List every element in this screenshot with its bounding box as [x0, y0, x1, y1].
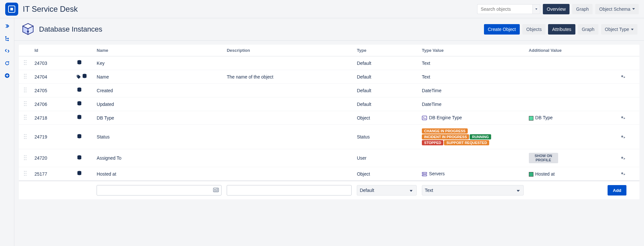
row-name: Name [94, 70, 224, 84]
svg-point-53 [26, 155, 27, 156]
svg-point-42 [26, 119, 27, 120]
row-description [224, 149, 354, 167]
svg-point-69 [423, 175, 423, 176]
side-rail [0, 18, 14, 246]
section-title: Database Instances [39, 25, 102, 34]
drag-handle-icon[interactable] [24, 87, 27, 94]
drag-handle-icon[interactable] [24, 74, 27, 80]
svg-point-18 [26, 76, 27, 77]
col-additional-value: Additional Value [526, 45, 605, 56]
add-button[interactable]: Add [608, 185, 626, 195]
svg-point-62 [26, 173, 27, 174]
type-value-text: DB Engine Type [429, 115, 462, 120]
new-attribute-type-value-select[interactable]: Text [422, 185, 523, 195]
svg-point-37 [24, 115, 25, 116]
svg-point-63 [24, 175, 25, 176]
svg-point-49 [24, 138, 25, 139]
drag-handle-icon[interactable] [24, 134, 27, 140]
database-icon [76, 135, 82, 140]
gear-icon[interactable] [619, 116, 625, 121]
status-badges: CHANGE IN PROGRESSINCIDENT IN PROGRESSRU… [422, 128, 493, 146]
object-schema-button[interactable]: Object Schema [595, 4, 639, 14]
drag-handle-icon[interactable] [24, 155, 27, 161]
svg-point-35 [26, 105, 27, 106]
overview-button[interactable]: Overview [543, 4, 570, 14]
svg-point-48 [26, 136, 27, 137]
svg-point-52 [24, 155, 25, 156]
database-icon [76, 61, 82, 66]
svg-point-16 [26, 74, 27, 75]
svg-point-13 [26, 64, 27, 65]
search-dropdown-toggle[interactable] [532, 4, 540, 14]
cube-icon [21, 22, 35, 36]
type-value-text: DateTime [422, 102, 441, 107]
svg-point-41 [24, 119, 25, 120]
database-icon [76, 102, 82, 108]
row-name: Key [94, 56, 224, 70]
create-object-button[interactable]: Create Object [484, 24, 520, 35]
svg-point-3 [7, 38, 9, 39]
status-badge: RUNNING [470, 134, 491, 139]
svg-point-31 [26, 101, 27, 102]
chevron-down-icon [535, 8, 537, 10]
col-id: Id [32, 45, 74, 56]
gear-icon[interactable] [619, 75, 625, 80]
drag-handle-icon[interactable] [24, 60, 27, 66]
table-row: 24704NameThe name of the objectDefaultTe… [19, 70, 639, 84]
gear-icon[interactable] [619, 156, 625, 162]
svg-rect-7 [28, 29, 28, 31]
section-actions: Create Object Objects Attributes Graph O… [484, 24, 637, 35]
row-type: Default [354, 84, 419, 97]
row-type: Default [354, 70, 419, 84]
new-attribute-type-select[interactable]: Default [357, 185, 417, 195]
row-name: Created [94, 84, 224, 97]
expand-icon[interactable] [4, 23, 10, 29]
add-icon[interactable] [4, 72, 10, 79]
row-description [224, 84, 354, 97]
tab-attributes[interactable]: Attributes [548, 24, 575, 35]
col-description: Description [224, 45, 354, 56]
graph-button[interactable]: Graph [572, 4, 593, 14]
gear-icon[interactable] [619, 172, 625, 177]
search-wrap [477, 4, 540, 14]
refresh-icon[interactable] [4, 60, 10, 66]
svg-point-24 [26, 88, 27, 89]
tag-icon [76, 75, 81, 80]
svg-point-50 [26, 138, 27, 139]
svg-point-32 [24, 103, 25, 104]
row-id: 24704 [32, 70, 74, 84]
svg-point-38 [26, 115, 27, 116]
table-row: 24718DB TypeObjectDB Engine TypeDB Type [19, 111, 639, 125]
drag-handle-icon[interactable] [24, 115, 27, 121]
body: Database Instances Create Object Objects… [0, 18, 644, 246]
servers-icon [422, 172, 427, 177]
new-attribute-name-input[interactable] [97, 185, 221, 195]
table-row: 24703KeyDefaultText [19, 56, 639, 70]
col-type-value: Type Value [419, 45, 526, 56]
svg-rect-66 [422, 172, 427, 174]
svg-point-39 [24, 117, 25, 118]
collapse-icon[interactable] [4, 48, 10, 54]
tab-graph[interactable]: Graph [578, 24, 598, 35]
drag-handle-icon[interactable] [24, 171, 27, 177]
status-badge: INCIDENT IN PROGRESS [422, 134, 469, 139]
tab-objects[interactable]: Objects [522, 24, 545, 35]
color-swatch [529, 116, 533, 121]
new-attribute-description-input[interactable] [227, 185, 352, 195]
row-name: Status [94, 125, 224, 149]
row-name: Assigned To [94, 149, 224, 167]
svg-point-8 [24, 60, 25, 61]
tree-icon[interactable] [4, 35, 10, 42]
type-value-text: DateTime [422, 88, 441, 93]
type-value-text: Text [422, 61, 430, 66]
svg-point-12 [24, 64, 25, 65]
col-type: Type [354, 45, 419, 56]
svg-point-40 [26, 117, 27, 118]
object-type-button[interactable]: Object Type [601, 24, 637, 35]
row-description [224, 125, 354, 149]
svg-point-4 [7, 40, 9, 41]
search-input[interactable] [477, 4, 532, 14]
gear-icon[interactable] [619, 135, 625, 140]
svg-point-47 [24, 136, 25, 137]
drag-handle-icon[interactable] [24, 101, 27, 107]
